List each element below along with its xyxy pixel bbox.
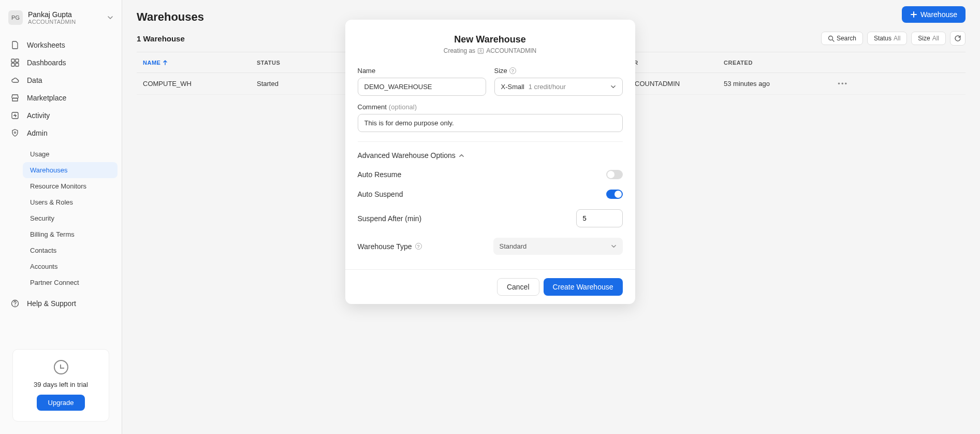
more-icon[interactable]: ••• <box>827 80 848 88</box>
nav-marketplace[interactable]: Marketplace <box>4 89 118 107</box>
user-menu[interactable]: PG Pankaj Gupta ACCOUNTADMIN <box>0 6 122 33</box>
sidebar-item-billing[interactable]: Billing & Terms <box>23 226 118 242</box>
header-label: NAME <box>143 60 160 66</box>
nav-label: Activity <box>27 111 50 120</box>
name-label: Name <box>358 67 486 75</box>
nav-help[interactable]: Help & Support <box>4 295 118 312</box>
nav-admin[interactable]: Admin <box>4 124 118 142</box>
clock-icon <box>54 360 68 374</box>
sidebar-item-accounts[interactable]: Accounts <box>23 258 118 274</box>
filter-label: Size <box>918 35 930 42</box>
cell-created: 53 minutes ago <box>724 80 827 88</box>
chevron-down-icon <box>611 243 617 249</box>
auto-resume-label: Auto Resume <box>358 170 402 179</box>
comment-label-text: Comment <box>358 103 387 111</box>
comment-input[interactable] <box>358 114 623 132</box>
warehouse-count: 1 Warehouse <box>137 34 185 43</box>
subtitle-role: ACCOUNTADMIN <box>486 47 536 54</box>
nav-label: Marketplace <box>27 94 66 102</box>
col-name[interactable]: NAME <box>143 60 257 66</box>
nav-label: Help & Support <box>27 299 76 308</box>
advanced-options-toggle[interactable]: Advanced Warehouse Options <box>358 151 623 160</box>
modal-subtitle: Creating as ACCOUNTADMIN <box>356 47 625 54</box>
role-icon <box>477 48 484 54</box>
create-warehouse-button[interactable]: Create Warehouse <box>544 278 623 296</box>
cancel-button[interactable]: Cancel <box>497 278 539 296</box>
size-label: Size ? <box>494 67 623 75</box>
status-filter[interactable]: Status All <box>867 32 907 45</box>
new-warehouse-modal: New Warehouse Creating as ACCOUNTADMIN N… <box>345 20 635 304</box>
grid-icon <box>10 58 20 67</box>
comment-optional: (optional) <box>389 103 417 111</box>
col-created[interactable]: CREATED <box>724 60 827 66</box>
document-icon <box>10 40 20 50</box>
nav-label: Admin <box>27 129 48 137</box>
size-filter[interactable]: Size All <box>911 32 946 45</box>
chevron-down-icon <box>107 15 113 21</box>
help-icon[interactable]: ? <box>415 243 422 250</box>
nav-label: Data <box>27 76 42 84</box>
auto-suspend-label: Auto Suspend <box>358 190 403 198</box>
filter-label: Status <box>874 35 891 42</box>
sidebar-item-usage[interactable]: Usage <box>23 146 118 162</box>
upgrade-button[interactable]: Upgrade <box>37 395 85 411</box>
svg-rect-2 <box>11 63 14 66</box>
size-value: X-Small <box>501 83 525 91</box>
sidebar-item-resource-monitors[interactable]: Resource Monitors <box>23 178 118 194</box>
user-role: ACCOUNTADMIN <box>28 19 107 25</box>
modal-title: New Warehouse <box>356 34 625 45</box>
nav-data[interactable]: Data <box>4 71 118 89</box>
type-label-text: Warehouse Type <box>358 242 412 251</box>
help-icon[interactable]: ? <box>509 67 516 74</box>
shield-icon <box>10 128 20 138</box>
cloud-icon <box>10 76 20 85</box>
auto-suspend-toggle[interactable] <box>606 190 623 199</box>
sidebar-item-warehouses[interactable]: Warehouses <box>23 162 118 178</box>
name-input[interactable] <box>358 78 486 96</box>
svg-point-8 <box>828 36 832 40</box>
subtitle-prefix: Creating as <box>444 47 475 54</box>
svg-point-7 <box>14 305 15 306</box>
warehouse-type-select[interactable]: Standard <box>493 238 623 255</box>
sidebar-item-contacts[interactable]: Contacts <box>23 242 118 258</box>
suspend-after-input[interactable] <box>576 209 623 227</box>
size-label-text: Size <box>494 67 507 75</box>
size-credit: 1 credit/hour <box>529 83 566 91</box>
nav-dashboards[interactable]: Dashboards <box>4 54 118 71</box>
sidebar: PG Pankaj Gupta ACCOUNTADMIN Worksheets … <box>0 0 122 434</box>
user-name: Pankaj Gupta <box>28 10 107 19</box>
refresh-icon <box>954 35 961 42</box>
svg-rect-1 <box>16 59 19 62</box>
svg-point-12 <box>480 49 481 51</box>
nav-worksheets[interactable]: Worksheets <box>4 36 118 54</box>
advanced-label: Advanced Warehouse Options <box>358 151 456 160</box>
auto-resume-toggle[interactable] <box>606 170 623 179</box>
sidebar-item-security[interactable]: Security <box>23 210 118 226</box>
svg-rect-0 <box>11 59 14 62</box>
activity-icon <box>10 111 20 120</box>
svg-rect-3 <box>16 63 19 66</box>
cell-name: COMPUTE_WH <box>143 80 257 88</box>
trial-card: 39 days left in trial Upgrade <box>12 349 109 422</box>
sidebar-item-partner-connect[interactable]: Partner Connect <box>23 274 118 291</box>
refresh-button[interactable] <box>950 31 966 46</box>
filter-value: All <box>894 35 900 42</box>
store-icon <box>10 93 20 103</box>
sort-arrow-icon <box>163 60 168 65</box>
suspend-after-label: Suspend After (min) <box>358 214 422 223</box>
svg-point-5 <box>14 132 16 134</box>
nav-label: Worksheets <box>27 41 65 49</box>
size-select[interactable]: X-Small 1 credit/hour <box>494 78 623 96</box>
nav-activity[interactable]: Activity <box>4 107 118 124</box>
new-warehouse-button[interactable]: Warehouse <box>902 6 966 23</box>
nav-label: Dashboards <box>27 59 66 67</box>
comment-label: Comment (optional) <box>358 103 623 111</box>
help-icon <box>10 299 20 308</box>
warehouse-type-label: Warehouse Type ? <box>358 242 422 251</box>
search-label: Search <box>837 35 856 42</box>
button-label: Warehouse <box>920 10 957 19</box>
sidebar-item-users-roles[interactable]: Users & Roles <box>23 194 118 210</box>
plus-icon <box>910 11 917 18</box>
search-button[interactable]: Search <box>821 32 863 45</box>
trial-text: 39 days left in trial <box>20 381 101 388</box>
